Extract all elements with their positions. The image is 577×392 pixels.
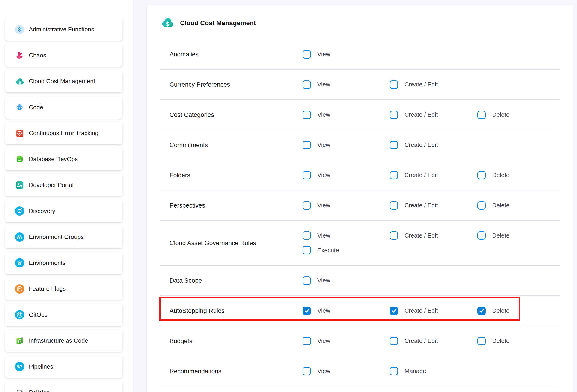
sidebar-item-cloud-cost-management[interactable]: $ Cloud Cost Management xyxy=(5,70,122,92)
create-edit-checkbox[interactable]: Create / Edit xyxy=(390,231,438,240)
checkbox-label: Create / Edit xyxy=(404,81,438,88)
permission-name: Anomalies xyxy=(170,51,199,58)
sidebar-item-developer-portal[interactable]: Developer Portal xyxy=(5,174,122,196)
checkbox[interactable] xyxy=(477,337,486,345)
view-checkbox[interactable]: View xyxy=(303,307,330,315)
checkbox[interactable] xyxy=(477,231,486,240)
permission-row-data-scope: Data Scope View xyxy=(160,266,560,296)
delete-checkbox[interactable]: Delete xyxy=(477,111,509,119)
checkbox-checked[interactable] xyxy=(303,307,311,315)
checkbox-label: Delete xyxy=(492,172,509,179)
checkbox[interactable] xyxy=(390,171,398,179)
chaos-icon xyxy=(15,51,24,60)
checkbox[interactable] xyxy=(303,337,311,345)
flag-icon xyxy=(15,284,24,293)
checkbox[interactable] xyxy=(390,337,398,345)
checkbox[interactable] xyxy=(303,246,311,254)
checkbox[interactable] xyxy=(390,367,398,375)
sidebar-item-label: Administrative Functions xyxy=(29,26,94,33)
sidebar-item-label: Database DevOps xyxy=(29,156,78,163)
permission-row-perspectives: Perspectives View Create / Edit Delete xyxy=(160,190,560,221)
view-checkbox[interactable]: View xyxy=(303,111,330,119)
delete-checkbox[interactable]: Delete xyxy=(477,231,509,240)
sidebar-item-continuous-error-tracking[interactable]: Continuous Error Tracking xyxy=(5,122,122,144)
manage-checkbox[interactable]: Manage xyxy=(390,367,426,375)
create-edit-checkbox[interactable]: Create / Edit xyxy=(390,111,438,119)
checkbox-label: Delete xyxy=(492,232,509,239)
panel-header: $ Cloud Cost Management xyxy=(161,16,256,30)
sidebar-item-environments[interactable]: Environments xyxy=(5,252,122,274)
checkbox[interactable] xyxy=(390,141,398,149)
checkbox-checked[interactable] xyxy=(477,307,486,315)
cloud-cost-management-panel: $ Cloud Cost Management Anomalies View C… xyxy=(147,5,573,392)
checkbox[interactable] xyxy=(390,201,398,210)
checkbox-label: Delete xyxy=(492,307,509,314)
create-edit-checkbox[interactable]: Create / Edit xyxy=(390,141,438,149)
checkbox[interactable] xyxy=(477,111,486,119)
checkbox[interactable] xyxy=(303,171,311,179)
execute-checkbox[interactable]: Execute xyxy=(303,246,339,254)
checkbox[interactable] xyxy=(303,277,311,285)
sidebar-item-gitops[interactable]: GitOps xyxy=(5,304,122,326)
sidebar-item-policies[interactable]: Policies xyxy=(5,381,122,392)
view-checkbox[interactable]: View xyxy=(303,277,330,285)
checkbox[interactable] xyxy=(303,50,311,59)
view-checkbox[interactable]: View xyxy=(303,171,330,179)
sidebar-item-infrastructure-as-code[interactable]: Infrastructure as Code xyxy=(5,329,122,352)
checkbox[interactable] xyxy=(477,171,486,179)
sidebar-item-chaos[interactable]: Chaos xyxy=(5,44,122,67)
checkbox[interactable] xyxy=(303,111,311,119)
view-checkbox[interactable]: View xyxy=(303,80,330,89)
view-checkbox[interactable]: View xyxy=(303,141,330,149)
sidebar-item-feature-flags[interactable]: Feature Flags xyxy=(5,278,122,300)
sidebar-item-database-devops[interactable]: ∞ Database DevOps xyxy=(5,148,122,170)
checkbox-label: View xyxy=(317,307,330,314)
permission-name: Data Scope xyxy=(170,277,202,284)
view-checkbox[interactable]: View xyxy=(303,367,330,375)
sidebar-item-label: Infrastructure as Code xyxy=(29,337,88,344)
checkbox[interactable] xyxy=(303,80,311,89)
sidebar-item-label: Cloud Cost Management xyxy=(29,78,95,85)
sidebar-divider xyxy=(133,0,133,392)
checkbox[interactable] xyxy=(303,141,311,149)
view-checkbox[interactable]: View xyxy=(303,337,330,345)
view-checkbox[interactable]: View xyxy=(303,231,330,240)
checkbox[interactable] xyxy=(390,231,398,240)
create-edit-checkbox[interactable]: Create / Edit xyxy=(390,307,438,315)
view-checkbox[interactable]: View xyxy=(303,201,330,210)
delete-checkbox[interactable]: Delete xyxy=(477,201,509,210)
sidebar-item-label: Environments xyxy=(29,259,66,267)
sidebar-item-label: Policies xyxy=(29,389,50,392)
checkbox-label: Execute xyxy=(317,247,339,254)
target-icon xyxy=(15,129,24,138)
checkbox[interactable] xyxy=(390,111,398,119)
checkbox[interactable] xyxy=(477,201,486,210)
sidebar-item-environment-groups[interactable]: Environment Groups xyxy=(5,226,122,248)
create-edit-checkbox[interactable]: Create / Edit xyxy=(390,80,438,89)
permission-row-folders: Folders View Create / Edit Delete xyxy=(160,160,560,190)
checkbox-checked[interactable] xyxy=(390,307,398,315)
sidebar-item-code[interactable]: </> Code xyxy=(5,96,122,118)
sidebar-item-pipelines[interactable]: Pipelines xyxy=(5,356,122,378)
create-edit-checkbox[interactable]: Create / Edit xyxy=(390,201,438,210)
create-edit-checkbox[interactable]: Create / Edit xyxy=(390,337,438,345)
checkbox-label: Create / Edit xyxy=(404,202,438,209)
svg-text:∞: ∞ xyxy=(18,158,21,162)
checkbox[interactable] xyxy=(303,367,311,375)
create-edit-checkbox[interactable]: Create / Edit xyxy=(390,171,438,179)
delete-checkbox[interactable]: Delete xyxy=(477,171,509,179)
checkbox[interactable] xyxy=(303,231,311,240)
permission-name: Recommendations xyxy=(170,368,221,375)
delete-checkbox[interactable]: Delete xyxy=(477,307,509,315)
view-checkbox[interactable]: View xyxy=(303,50,330,59)
sidebar-item-label: Chaos xyxy=(29,52,46,59)
checkbox[interactable] xyxy=(390,80,398,89)
sidebar-item-administrative-functions[interactable]: ⚙ Administrative Functions xyxy=(5,18,122,40)
sidebar-item-discovery[interactable]: Discovery xyxy=(5,200,122,222)
checkbox-label: Manage xyxy=(404,368,426,375)
checkbox[interactable] xyxy=(303,201,311,210)
checkbox-label: View xyxy=(317,81,330,88)
permission-row-autostopping-rules: AutoStopping Rules View Create / Edit xyxy=(160,296,560,326)
svg-text:$: $ xyxy=(166,21,170,27)
delete-checkbox[interactable]: Delete xyxy=(477,337,509,345)
